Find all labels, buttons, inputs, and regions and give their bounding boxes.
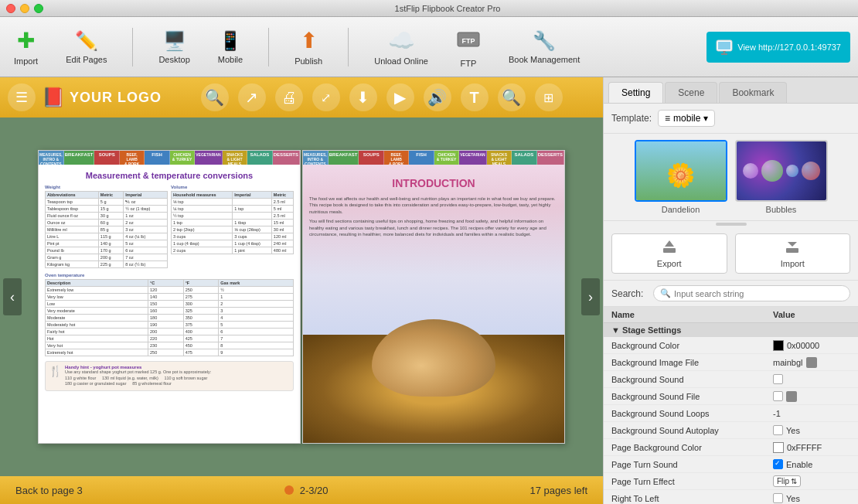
export-label: Export — [657, 259, 682, 268]
zoom-in-button[interactable]: 🔍 — [201, 83, 229, 111]
bubbles-thumb-img — [735, 140, 828, 202]
page-right[interactable]: MEASURES,INTRO &CONTENTS BREAKFAST SOUPS… — [302, 150, 565, 444]
cat-snacks-r: SNACKS& LIGHTMEALS — [487, 151, 512, 165]
thumbnail-dandelion[interactable]: 🌼 Dandelion — [635, 140, 727, 214]
cat-soups: SOUPS — [94, 151, 119, 165]
import-panel-button[interactable]: Import — [735, 233, 851, 274]
fullscreen-button[interactable]: ⤢ — [312, 83, 340, 111]
thumbnail-bubbles[interactable]: Bubbles — [735, 140, 828, 214]
export-button[interactable]: Export — [611, 233, 727, 274]
cat-salads: SALADS — [247, 151, 272, 165]
bg-autoplay-checkbox[interactable] — [773, 425, 783, 435]
text-button[interactable]: T — [461, 83, 489, 111]
prev-page-button[interactable]: ‹ — [3, 278, 22, 315]
view-url-label: View http://127.0.0.1:49737 — [737, 43, 841, 52]
prop-bg-sound-loops[interactable]: Background Sound Loops -1 — [604, 405, 858, 422]
page-header-left: MEASURES,INTRO &CONTENTS BREAKFAST SOUPS… — [39, 151, 300, 165]
book-management-icon: 🔧 — [533, 30, 556, 52]
svg-marker-9 — [788, 242, 797, 247]
page-turn-sound-checkbox[interactable] — [773, 459, 783, 469]
desktop-button[interactable]: 🖥️ Desktop — [152, 27, 196, 67]
cat-breakfast: BREAKFAST — [64, 151, 95, 165]
bg-sound-file-browse[interactable] — [786, 391, 797, 402]
template-select[interactable]: ≡ mobile ▾ — [658, 110, 715, 127]
audio-button[interactable]: 🔊 — [424, 83, 451, 111]
tab-scene[interactable]: Scene — [665, 82, 717, 103]
prop-page-bg-color[interactable]: Page Background Color 0xFFFFF — [604, 439, 858, 456]
prop-page-turn-effect[interactable]: Page Turn Effect Flip ⇅ — [604, 473, 858, 490]
maximize-button[interactable] — [34, 4, 43, 13]
prop-page-turn-sound[interactable]: Page Turn Sound Enable — [604, 456, 858, 473]
search-button[interactable]: 🔍 — [498, 83, 526, 111]
bg-sound-loops-name: Background Sound Loops — [611, 409, 773, 418]
publish-button[interactable]: ⬆ Publish — [288, 25, 329, 69]
logo-text: YOUR LOGO — [70, 90, 162, 106]
edit-pages-icon: ✏️ — [75, 30, 98, 52]
import-button[interactable]: ✚ Import — [8, 25, 44, 69]
bg-sound-file-checkbox[interactable] — [773, 391, 783, 401]
toolbar: ✚ Import ✏️ Edit Pages 🖥️ Desktop 📱 Mobi… — [0, 17, 858, 77]
page-spread: MEASURES,INTRO &CONTENTS BREAKFAST SOUPS… — [38, 150, 565, 444]
bg-sound-loops-text: -1 — [773, 409, 781, 418]
minimize-button[interactable] — [20, 4, 29, 13]
thumbnails: 🌼 Dandelion Bubbles — [604, 134, 858, 221]
search-input[interactable] — [674, 289, 843, 298]
cat-desserts-r: DESSERTS — [537, 151, 564, 165]
bg-sound-name: Background Sound — [611, 375, 773, 384]
page-dot — [284, 485, 294, 495]
view-url-button[interactable]: View http://127.0.0.1:49737 — [706, 32, 850, 63]
prop-right-to-left[interactable]: Right To Left Yes — [604, 490, 858, 504]
close-button[interactable] — [6, 4, 15, 13]
cat-measures-r: MEASURES,INTRO &CONTENTS — [303, 151, 329, 165]
file-browse-icon[interactable] — [806, 357, 817, 368]
rtl-checkbox[interactable] — [773, 493, 783, 503]
search-input-wrap[interactable]: 🔍 — [653, 285, 850, 301]
grid-button[interactable]: ⊞ — [535, 83, 563, 111]
prop-bg-sound-file[interactable]: Background Sound File — [604, 388, 858, 405]
unload-online-button[interactable]: ☁️ Unload Online — [368, 25, 434, 69]
bg-sound-value — [773, 374, 850, 384]
viewer-navbar: ☰ 📕 YOUR LOGO 🔍 ↗ 🖨 ⤢ ⬇ ▶ 🔊 T 🔍 ⊞ — [0, 77, 603, 117]
page-left-content: Measurement & temperature conversions We… — [39, 165, 300, 397]
back-to-page[interactable]: Back to page 3 — [15, 485, 83, 496]
print-button[interactable]: 🖨 — [275, 83, 303, 111]
pages-area: ‹ MEASURES,INTRO &CONTENTS BREAKFAST SOU… — [0, 117, 603, 476]
next-page-button[interactable]: › — [581, 278, 600, 315]
cat-vegetarian: VEGETARIAN — [195, 151, 222, 165]
window-controls[interactable] — [6, 4, 43, 13]
play-button[interactable]: ▶ — [386, 83, 414, 111]
page-turn-effect-select[interactable]: Flip ⇅ — [773, 475, 801, 487]
page-turn-sound-value: Enable — [773, 459, 850, 469]
edit-pages-button[interactable]: ✏️ Edit Pages — [60, 27, 113, 67]
view-url-icon — [716, 38, 733, 56]
bg-color-hex: 0x00000 — [787, 341, 819, 350]
status-bar: Back to page 3 2-3/20 17 pages left — [0, 476, 603, 504]
tab-setting[interactable]: Setting — [608, 82, 663, 103]
prop-bg-sound-autoplay[interactable]: Background Sound Autoplay Yes — [604, 422, 858, 439]
volume-table: Household measuresImperialMetric ⅛ tsp2.… — [171, 191, 294, 254]
bg-color-name: Background Color — [611, 341, 773, 350]
download-button[interactable]: ⬇ — [349, 83, 377, 111]
menu-button[interactable]: ☰ — [8, 83, 36, 111]
prop-background-color[interactable]: Background Color 0x00000 — [604, 337, 858, 354]
book-management-button[interactable]: 🔧 Book Management — [502, 27, 586, 67]
prop-bg-image-file[interactable]: Background Image File mainbgl — [604, 354, 858, 371]
cat-breakfast-r: BREAKFAST — [329, 151, 359, 165]
dandelion-thumb-img: 🌼 — [635, 140, 727, 202]
ftp-button[interactable]: FTP FTP — [450, 23, 487, 71]
page-left[interactable]: MEASURES,INTRO &CONTENTS BREAKFAST SOUPS… — [38, 150, 301, 444]
bg-sound-checkbox[interactable] — [773, 374, 783, 384]
mobile-button[interactable]: 📱 Mobile — [212, 27, 249, 67]
cat-snacks: SNACKS& LIGHTMEALS — [223, 151, 247, 165]
cat-measures: MEASURES,INTRO &CONTENTS — [39, 151, 64, 165]
rtl-name: Right To Left — [611, 494, 773, 503]
tab-bookmark[interactable]: Bookmark — [719, 82, 787, 103]
cat-fish-r: FISH — [409, 151, 434, 165]
page-bg-color-swatch[interactable] — [773, 442, 784, 453]
share-button[interactable]: ↗ — [238, 83, 266, 111]
desktop-label: Desktop — [158, 55, 189, 64]
mobile-label: Mobile — [218, 55, 243, 64]
prop-bg-sound[interactable]: Background Sound — [604, 371, 858, 388]
svg-rect-5 — [721, 53, 727, 55]
bg-color-swatch[interactable] — [773, 340, 784, 351]
